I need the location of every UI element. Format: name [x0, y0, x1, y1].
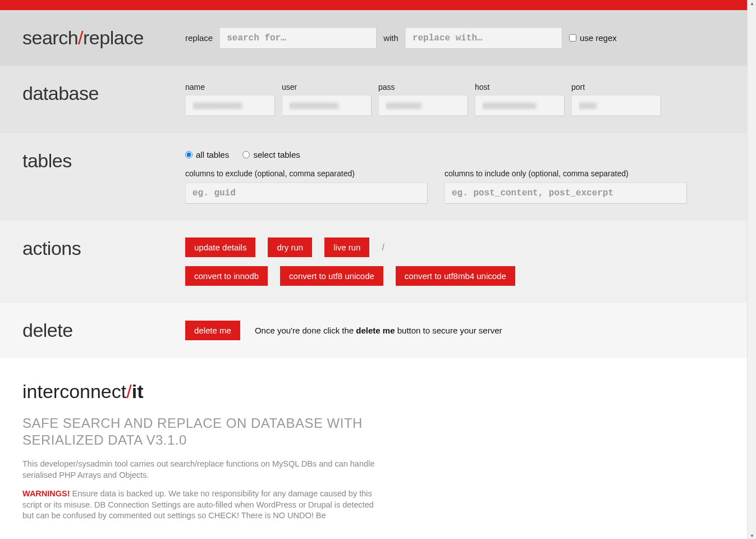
footer-brand: interconnect/it — [22, 381, 734, 403]
title-slash: / — [78, 27, 83, 48]
update-details-button[interactable]: update details — [185, 237, 255, 257]
footer-section: interconnect/it SAFE SEARCH AND REPLACE … — [0, 358, 756, 539]
top-accent-bar — [0, 0, 756, 10]
tables-section: tables all tables select tables columns … — [0, 133, 756, 221]
delete-note-before: Once you're done click the — [255, 326, 356, 335]
scroll-up-icon[interactable]: ▲ — [749, 0, 755, 7]
db-port-input[interactable] — [571, 95, 661, 116]
select-tables-wrap[interactable]: select tables — [242, 150, 300, 159]
footer-subtitle: SAFE SEARCH AND REPLACE ON DATABASE WITH… — [22, 415, 382, 449]
actions-section: actions update details dry run live run … — [0, 221, 756, 303]
db-host-input[interactable] — [475, 95, 565, 116]
replace-input[interactable] — [405, 28, 562, 49]
include-columns-label: columns to include only (optional, comma… — [445, 169, 687, 178]
dry-run-button[interactable]: dry run — [268, 237, 312, 257]
all-tables-label: all tables — [196, 150, 229, 159]
db-pass-input[interactable] — [378, 95, 468, 116]
delete-section: delete delete me Once you're done click … — [0, 303, 756, 358]
include-columns-input[interactable] — [445, 182, 687, 204]
warnings-label: WARNINGS! — [22, 489, 70, 498]
brand-slash: / — [126, 381, 131, 402]
delete-heading: delete — [22, 319, 185, 341]
actions-heading: actions — [22, 237, 185, 259]
actions-separator: / — [382, 243, 384, 253]
db-pass-label: pass — [378, 83, 468, 92]
select-tables-radio[interactable] — [242, 151, 250, 158]
search-input[interactable] — [219, 28, 377, 49]
database-heading: database — [22, 83, 185, 104]
convert-utf8mb4-button[interactable]: convert to utf8mb4 unicode — [396, 266, 515, 286]
db-name-label: name — [185, 83, 275, 92]
database-section: database name user pass host port — [0, 66, 756, 133]
brand-part2: it — [132, 381, 144, 402]
use-regex-wrap[interactable]: use regex — [569, 33, 617, 43]
use-regex-label: use regex — [580, 33, 617, 43]
brand-part1: interconnect — [22, 381, 126, 402]
db-user-label: user — [282, 83, 372, 92]
use-regex-checkbox[interactable] — [569, 34, 576, 42]
tables-heading: tables — [22, 150, 185, 172]
scroll-down-icon[interactable]: ▼ — [749, 532, 755, 539]
app-title: search/replace — [22, 27, 185, 49]
db-name-input[interactable] — [185, 95, 275, 116]
delete-note-bold: delete me — [356, 326, 395, 335]
footer-para2: WARNINGS! Ensure data is backed up. We t… — [22, 488, 382, 522]
footer-para2-text: Ensure data is backed up. We take no res… — [22, 489, 374, 520]
delete-note-after: button to secure your server — [395, 326, 502, 335]
exclude-columns-input[interactable] — [185, 182, 428, 204]
title-search: search — [22, 27, 78, 48]
footer-para1: This developer/sysadmin tool carries out… — [22, 459, 382, 481]
db-port-label: port — [571, 83, 661, 92]
db-user-input[interactable] — [282, 95, 372, 116]
delete-me-button[interactable]: delete me — [185, 321, 240, 340]
all-tables-radio[interactable] — [185, 151, 193, 158]
live-run-button[interactable]: live run — [324, 237, 369, 257]
convert-innodb-button[interactable]: convert to innodb — [185, 266, 268, 286]
convert-utf8-button[interactable]: convert to utf8 unicode — [280, 266, 383, 286]
search-replace-section: search/replace replace with use regex — [0, 10, 756, 66]
db-host-label: host — [475, 83, 565, 92]
scrollbar[interactable]: ▲ ▼ — [747, 0, 756, 539]
all-tables-wrap[interactable]: all tables — [185, 150, 229, 159]
delete-note: Once you're done click the delete me but… — [255, 326, 502, 335]
with-label: with — [383, 33, 398, 43]
exclude-columns-label: columns to exclude (optional, comma sepa… — [185, 169, 428, 178]
select-tables-label: select tables — [253, 150, 300, 159]
replace-label: replace — [185, 33, 213, 43]
title-replace: replace — [83, 27, 144, 48]
